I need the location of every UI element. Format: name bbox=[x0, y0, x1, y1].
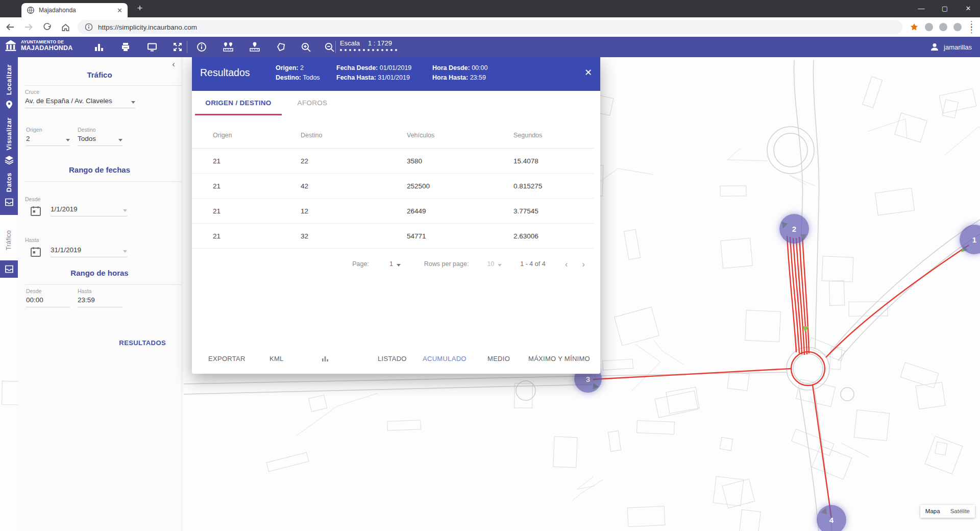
forward-button[interactable] bbox=[20, 19, 37, 35]
bar-chart-icon bbox=[321, 354, 329, 363]
date-to-select[interactable]: 31/1/2019 bbox=[51, 246, 127, 257]
nav-section-visualizar[interactable]: Visualizar bbox=[5, 117, 14, 164]
polygon-select-icon[interactable] bbox=[276, 41, 287, 53]
tab-origen-destino[interactable]: ORIGEN / DESTINO bbox=[195, 91, 282, 115]
divider bbox=[25, 85, 181, 86]
chevron-down-icon bbox=[131, 101, 135, 104]
tab-close-icon[interactable]: ✕ bbox=[117, 7, 122, 14]
cruce-select[interactable]: Av. de España / Av. Claveles bbox=[25, 97, 135, 108]
statistics-icon[interactable] bbox=[93, 41, 105, 53]
kml-button[interactable]: KML bbox=[270, 355, 284, 363]
zoom-out-icon[interactable] bbox=[324, 41, 335, 53]
browser-url-bar: https://simplicity.incaurbano.com ⋮⋮⋮ bbox=[0, 17, 980, 37]
exportar-button[interactable]: EXPORTAR bbox=[208, 355, 246, 363]
destino-value: Todos bbox=[78, 135, 96, 142]
back-button[interactable] bbox=[2, 19, 18, 35]
measure-origin-destination-icon[interactable] bbox=[223, 41, 234, 53]
hour-from-input[interactable]: 00:00 bbox=[26, 296, 70, 307]
summary-label: Fecha Hasta: bbox=[336, 74, 376, 81]
destino-select[interactable]: Todos bbox=[78, 135, 122, 146]
map-type-control: Mapa Satélite bbox=[920, 505, 975, 518]
page-info-icon[interactable] bbox=[85, 23, 93, 31]
table-cell: 3580 bbox=[407, 157, 513, 165]
calendar-icon[interactable] bbox=[30, 205, 41, 216]
user-account[interactable]: jamarillas bbox=[929, 37, 972, 57]
rows-per-page-label: Rows per page: bbox=[424, 260, 469, 268]
person-icon bbox=[929, 42, 940, 52]
nav-section-localizar[interactable]: Localizar bbox=[5, 64, 14, 109]
traffic-route-lines bbox=[593, 236, 969, 518]
browser-tab[interactable]: Majadahonda ✕ bbox=[21, 3, 128, 17]
extension-icon[interactable] bbox=[953, 23, 962, 31]
map-type-map-button[interactable]: Mapa bbox=[920, 505, 945, 518]
measure-aforo-icon[interactable] bbox=[249, 41, 260, 53]
hour-to-input[interactable]: 23:59 bbox=[78, 296, 122, 307]
print-icon[interactable] bbox=[120, 41, 131, 53]
panel-collapse-icon[interactable]: ‹ bbox=[172, 59, 175, 69]
next-page-icon[interactable]: › bbox=[582, 260, 585, 269]
window-controls: — ▢ ✕ bbox=[910, 0, 980, 17]
nav-active-section-button[interactable] bbox=[0, 260, 18, 278]
globe-favicon-icon bbox=[27, 6, 35, 14]
chevron-down-icon bbox=[397, 264, 401, 267]
maximo-minimo-button[interactable]: MÁXIMO Y MÍNIMO bbox=[528, 355, 590, 363]
toolbar-separator bbox=[335, 41, 336, 53]
hour-to-value: 23:59 bbox=[78, 296, 95, 304]
fullscreen-icon[interactable] bbox=[172, 41, 183, 53]
map-node-2[interactable]: 2 bbox=[779, 214, 809, 244]
column-header: Origen bbox=[213, 132, 301, 139]
summary-label: Fecha Desde: bbox=[336, 64, 378, 71]
medio-button[interactable]: MEDIO bbox=[487, 355, 510, 363]
app-toolbar: AYUNTAMIENTO DE MAJADAHONDA bbox=[0, 37, 980, 57]
resultados-button[interactable]: RESULTADOS bbox=[119, 339, 166, 347]
map-type-satellite-button[interactable]: Satélite bbox=[945, 505, 975, 518]
extension-icon[interactable] bbox=[939, 23, 947, 31]
acumulado-button[interactable]: ACUMULADO bbox=[423, 355, 467, 363]
window-minimize-button[interactable]: — bbox=[910, 0, 933, 17]
address-bar[interactable]: https://simplicity.incaurbano.com bbox=[78, 20, 902, 34]
home-button[interactable] bbox=[57, 19, 74, 35]
date-from-label: Desde bbox=[25, 196, 40, 202]
column-header: Destino bbox=[301, 132, 407, 139]
table-row[interactable]: 21422525000.815275 bbox=[192, 174, 594, 199]
bookmark-star-icon[interactable] bbox=[910, 22, 919, 32]
table-cell: 42 bbox=[301, 182, 407, 190]
results-table: Origen Destino Vehículos Segundos 212235… bbox=[192, 123, 594, 249]
map-node-label: 2 bbox=[792, 225, 796, 233]
nav-section-datos[interactable]: Datos bbox=[5, 173, 14, 206]
screen-icon[interactable] bbox=[146, 41, 158, 53]
chevron-down-icon bbox=[123, 250, 127, 253]
new-tab-button[interactable]: + bbox=[134, 3, 146, 14]
nav-section-label: Visualizar bbox=[5, 117, 13, 150]
nav-active-section-label: Tráfico bbox=[5, 230, 12, 250]
chart-view-button[interactable] bbox=[321, 354, 329, 363]
close-icon[interactable]: ✕ bbox=[584, 67, 592, 78]
window-maximize-button[interactable]: ▢ bbox=[933, 0, 957, 17]
browser-menu-icon[interactable]: ⋮⋮⋮ bbox=[968, 22, 975, 32]
chevron-down-icon bbox=[118, 139, 122, 141]
hour-from-label: Desde bbox=[26, 288, 41, 294]
inbox-icon bbox=[5, 198, 14, 207]
city-crest-icon bbox=[4, 39, 17, 52]
tab-aforos[interactable]: AFOROS bbox=[282, 91, 343, 115]
dialog-title: Resultados bbox=[200, 67, 250, 79]
previous-page-icon[interactable]: ‹ bbox=[565, 260, 568, 269]
date-to-label: Hasta bbox=[25, 237, 39, 243]
window-close-button[interactable]: ✕ bbox=[957, 0, 980, 17]
listado-button[interactable]: LISTADO bbox=[378, 355, 407, 363]
page-select[interactable]: 1 bbox=[389, 260, 401, 268]
app-logo: AYUNTAMIENTO DE MAJADAHONDA bbox=[4, 39, 73, 52]
table-row[interactable]: 2112264493.77545 bbox=[192, 199, 594, 224]
date-from-select[interactable]: 1/1/2019 bbox=[51, 205, 127, 216]
info-icon[interactable] bbox=[196, 41, 207, 53]
page-value: 1 bbox=[389, 260, 393, 268]
origen-select[interactable]: 2 bbox=[26, 135, 70, 146]
refresh-button[interactable] bbox=[39, 19, 55, 35]
extension-icon[interactable] bbox=[925, 23, 933, 31]
table-row[interactable]: 2122358015.4078 bbox=[192, 149, 594, 174]
zoom-in-icon[interactable] bbox=[300, 41, 311, 53]
calendar-icon[interactable] bbox=[30, 246, 41, 257]
rows-per-page-select[interactable]: 10 bbox=[487, 260, 502, 268]
table-row[interactable]: 2132547712.63006 bbox=[192, 224, 594, 249]
map-node-4[interactable]: 4 bbox=[817, 505, 846, 531]
